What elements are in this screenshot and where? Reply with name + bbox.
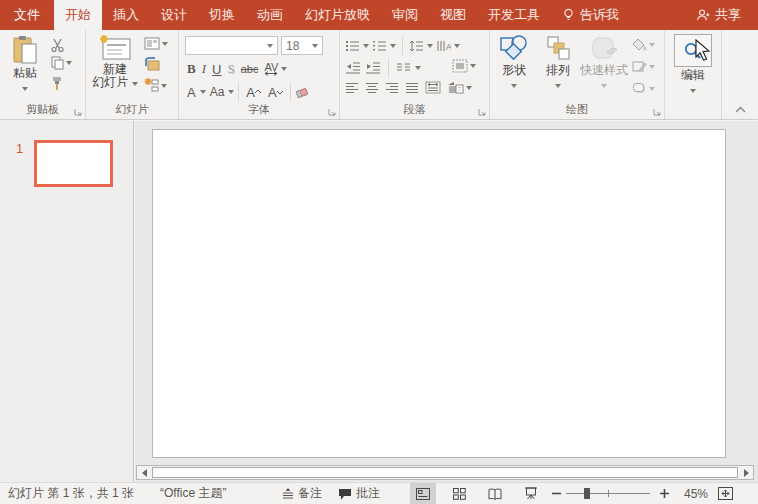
- italic-button[interactable]: I: [199, 61, 209, 77]
- tab-transitions[interactable]: 切换: [198, 0, 246, 30]
- align-right-icon[interactable]: [385, 82, 399, 94]
- reset-icon: [144, 57, 160, 71]
- arrange-button[interactable]: 排列: [538, 33, 578, 91]
- strikethrough-button[interactable]: abc: [238, 63, 262, 75]
- arrange-dropdown-arrow-icon[interactable]: [555, 84, 561, 88]
- font-dialog-launcher[interactable]: [328, 108, 336, 116]
- tab-insert[interactable]: 插入: [102, 0, 150, 30]
- slide-thumbnail[interactable]: [34, 140, 113, 187]
- tab-slideshow[interactable]: 幻灯片放映: [294, 0, 381, 30]
- notes-button[interactable]: 备注: [282, 483, 322, 504]
- convert-smartart-button[interactable]: [447, 81, 472, 94]
- minus-icon: [552, 489, 561, 498]
- cut-button[interactable]: [50, 38, 65, 52]
- tab-home[interactable]: 开始: [54, 0, 102, 30]
- tab-animations[interactable]: 动画: [246, 0, 294, 30]
- shapes-dropdown-arrow-icon[interactable]: [511, 84, 517, 88]
- paragraph-dialog-launcher[interactable]: [478, 108, 486, 116]
- layout-button[interactable]: [144, 37, 168, 50]
- section-button[interactable]: [144, 78, 167, 93]
- align-left-icon[interactable]: [345, 82, 359, 94]
- collapse-ribbon-button[interactable]: [735, 106, 746, 113]
- slideshow-view-button[interactable]: [518, 483, 544, 504]
- editing-dropdown-arrow-icon[interactable]: [690, 89, 696, 93]
- font-name-dropdown-arrow-icon[interactable]: [267, 44, 273, 48]
- line-spacing-icon[interactable]: [409, 40, 424, 52]
- new-slide-button[interactable]: 新建 幻灯片: [90, 33, 140, 89]
- normal-view-button[interactable]: [410, 483, 436, 504]
- zoom-slider[interactable]: [566, 483, 650, 504]
- clear-formatting-eraser-icon[interactable]: [295, 86, 309, 99]
- divider: [238, 83, 239, 101]
- text-shadow-button[interactable]: S: [224, 61, 237, 77]
- tab-share[interactable]: 共享: [685, 0, 752, 30]
- columns-dropdown-arrow-icon[interactable]: [415, 66, 421, 70]
- bold-button[interactable]: B: [184, 61, 199, 77]
- fit-slide-to-window-button[interactable]: [718, 483, 733, 504]
- tab-developer[interactable]: 开发工具: [477, 0, 551, 30]
- tab-review[interactable]: 审阅: [381, 0, 429, 30]
- decrease-indent-icon[interactable]: [345, 62, 361, 74]
- increase-font-size-button[interactable]: A: [243, 85, 264, 100]
- comments-button[interactable]: 批注: [338, 483, 380, 504]
- zoom-level[interactable]: 45%: [684, 483, 708, 504]
- underline-button[interactable]: U: [209, 62, 224, 77]
- section-dropdown-arrow-icon[interactable]: [161, 84, 167, 88]
- shapes-button[interactable]: 形状: [494, 33, 534, 91]
- copy-button[interactable]: [50, 56, 72, 70]
- character-spacing-button[interactable]: AV: [261, 63, 281, 76]
- columns-icon[interactable]: [396, 62, 411, 74]
- scrollbar-thumb[interactable]: [152, 467, 738, 478]
- change-case-dropdown-arrow-icon[interactable]: [228, 90, 234, 94]
- font-color-button[interactable]: A: [184, 85, 199, 100]
- font-name-combobox[interactable]: [185, 36, 278, 55]
- justify-icon[interactable]: [405, 82, 419, 94]
- drawing-dialog-launcher[interactable]: [653, 108, 661, 116]
- format-painter-button[interactable]: [50, 76, 64, 91]
- scroll-right-button[interactable]: [739, 466, 753, 479]
- zoom-out-button[interactable]: [552, 483, 561, 504]
- reading-view-button[interactable]: [482, 483, 508, 504]
- slide-thumbnail-panel[interactable]: 1: [0, 121, 134, 482]
- tab-design[interactable]: 设计: [150, 0, 198, 30]
- tab-view[interactable]: 视图: [429, 0, 477, 30]
- line-spacing-dropdown-arrow-icon[interactable]: [427, 44, 433, 48]
- font-size-dropdown-arrow-icon[interactable]: [312, 44, 318, 48]
- distribute-text-icon[interactable]: [425, 81, 441, 94]
- font-size-combobox[interactable]: 18: [281, 36, 323, 55]
- status-bar: 幻灯片 第 1 张，共 1 张 “Office 主题” 备注 批注: [0, 482, 758, 504]
- increase-indent-icon[interactable]: [365, 62, 381, 74]
- zoom-slider-thumb[interactable]: [584, 488, 590, 499]
- scroll-left-button[interactable]: [137, 466, 151, 479]
- text-direction-icon[interactable]: A: [436, 40, 451, 52]
- bullet-list-icon[interactable]: [345, 40, 360, 52]
- align-text-icon[interactable]: [452, 59, 468, 73]
- decrease-font-size-button[interactable]: A: [265, 85, 286, 100]
- ribbon-tail: [722, 30, 758, 119]
- numbering-dropdown-arrow-icon[interactable]: [390, 44, 396, 48]
- text-direction-dropdown-arrow-icon[interactable]: [454, 44, 460, 48]
- layout-dropdown-arrow-icon[interactable]: [162, 42, 168, 46]
- lightbulb-icon: [562, 8, 575, 22]
- slide-canvas[interactable]: [152, 129, 726, 458]
- tab-tell-me[interactable]: 告诉我: [551, 0, 630, 30]
- editing-button[interactable]: 编辑: [673, 33, 713, 96]
- reset-button[interactable]: [144, 57, 160, 71]
- change-case-button[interactable]: Aa: [207, 85, 228, 99]
- editing-canvas[interactable]: [135, 121, 758, 482]
- bullets-dropdown-arrow-icon[interactable]: [363, 44, 369, 48]
- reading-view-icon: [488, 488, 502, 500]
- numbered-list-icon[interactable]: [372, 40, 387, 52]
- paste-dropdown-arrow-icon[interactable]: [22, 87, 28, 91]
- font-color-dropdown-arrow-icon[interactable]: [200, 90, 206, 94]
- align-center-icon[interactable]: [365, 82, 379, 94]
- character-spacing-dropdown-arrow-icon[interactable]: [281, 67, 287, 71]
- slide-sorter-view-button[interactable]: [446, 483, 472, 504]
- tab-file[interactable]: 文件: [0, 0, 54, 30]
- clipboard-dialog-launcher[interactable]: [74, 108, 82, 116]
- paste-button[interactable]: 粘贴: [4, 33, 46, 94]
- zoom-in-button[interactable]: [660, 483, 669, 504]
- copy-dropdown-arrow-icon[interactable]: [66, 61, 72, 65]
- align-text-dropdown-arrow-icon[interactable]: [470, 64, 476, 68]
- horizontal-scrollbar[interactable]: [136, 465, 754, 480]
